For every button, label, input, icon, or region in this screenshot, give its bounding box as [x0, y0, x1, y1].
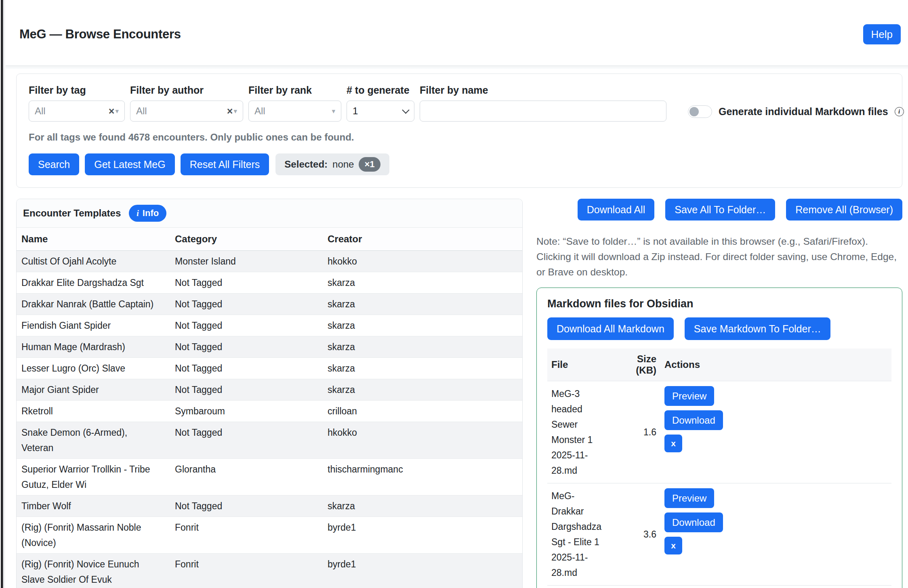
- cell-category: Not Tagged: [170, 315, 323, 336]
- save-markdown-to-folder-button[interactable]: Save Markdown To Folder…: [685, 317, 830, 340]
- info-circle-icon[interactable]: i: [895, 107, 904, 116]
- info-button[interactable]: iInfo: [129, 205, 166, 222]
- cell-category: Monster Island: [170, 251, 323, 272]
- selected-indicator: Selected: none ×1: [275, 153, 389, 175]
- file-size: 2.4: [610, 586, 660, 588]
- filter-group-tag: Filter by tag All × ▾: [29, 84, 125, 122]
- rank-select-value: All: [254, 105, 332, 117]
- search-button[interactable]: Search: [29, 153, 79, 175]
- cell-creator: skarza: [323, 272, 522, 294]
- generate-count-select[interactable]: 1: [347, 101, 414, 122]
- download-button[interactable]: Download: [664, 410, 723, 430]
- download-all-markdown-button[interactable]: Download All Markdown: [547, 317, 674, 340]
- header-divider: [6, 65, 908, 69]
- clear-x-icon[interactable]: ×: [109, 105, 115, 117]
- tag-select[interactable]: All × ▾: [29, 101, 125, 122]
- cell-category: Not Tagged: [170, 336, 323, 358]
- markdown-card-title: Markdown files for Obsidian: [547, 298, 891, 310]
- column-header-category: Category: [170, 228, 323, 251]
- cell-name: Rketroll: [17, 401, 170, 422]
- cell-category: Fonrit: [170, 517, 323, 554]
- remove-file-button[interactable]: x: [664, 435, 682, 452]
- download-button[interactable]: Download: [664, 512, 723, 532]
- table-row[interactable]: Timber WolfNot Taggedskarza: [17, 496, 522, 517]
- download-all-button[interactable]: Download All: [578, 199, 655, 220]
- cell-name: Superior Warrior Trollkin - Tribe Gutuz,…: [17, 459, 170, 496]
- cell-creator: skarza: [323, 358, 522, 379]
- author-select[interactable]: All × ▾: [130, 101, 243, 122]
- results-summary: For all tags we found 4678 encounters. O…: [29, 132, 890, 143]
- filter-group-author: Filter by author All × ▾: [130, 84, 243, 122]
- cell-creator: skarza: [323, 294, 522, 315]
- table-row[interactable]: Fiendish Giant SpiderNot Taggedskarza: [17, 315, 522, 336]
- window-edge-strip: [0, 0, 6, 588]
- save-all-to-folder-button[interactable]: Save All To Folder…: [665, 199, 775, 220]
- cell-creator: byrde1: [323, 517, 522, 554]
- table-row[interactable]: (Rig) (Fonrit) Massarin Noble (Novice)Fo…: [17, 517, 522, 554]
- table-row[interactable]: Lesser Lugro (Orc) SlaveNot Taggedskarza: [17, 358, 522, 379]
- encounter-table-header-row: Name Category Creator: [17, 228, 522, 251]
- table-row[interactable]: Human Mage (Mardrash)Not Taggedskarza: [17, 336, 522, 358]
- cell-name: Human Mage (Mardrash): [17, 336, 170, 358]
- column-header-file: File: [547, 349, 610, 381]
- generate-count-label: # to generate: [347, 84, 414, 96]
- markdown-file-row: MeG-RIG Fonrit Massarin Noble - 2.4 Prev…: [547, 586, 891, 588]
- cell-name: Drakkar Elite Dargshadza Sgt: [17, 272, 170, 294]
- toggle-knob: [689, 107, 699, 116]
- clear-x-icon[interactable]: ×: [227, 105, 233, 117]
- table-row[interactable]: Drakkar Elite Dargshadza SgtNot Taggedsk…: [17, 272, 522, 294]
- help-button[interactable]: Help: [863, 24, 901, 44]
- encounter-card-header: Encounter Templates iInfo: [17, 199, 522, 228]
- filter-author-label: Filter by author: [130, 84, 243, 96]
- cell-category: Symbaroum: [170, 401, 323, 422]
- cell-creator: skarza: [323, 379, 522, 401]
- table-row[interactable]: Snake Demon (6-Armed), VeteranNot Tagged…: [17, 422, 522, 459]
- main-content: Encounter Templates iInfo Name Category …: [16, 199, 902, 588]
- chevron-down-icon: [402, 106, 409, 113]
- filter-rank-label: Filter by rank: [248, 84, 341, 96]
- author-select-value: All: [136, 105, 227, 117]
- encounter-table: Name Category Creator Cultist Of Ojahl A…: [17, 228, 522, 588]
- cell-name: Snake Demon (6-Armed), Veteran: [17, 422, 170, 459]
- name-filter-input[interactable]: [420, 101, 666, 122]
- file-actions: Preview Download x: [664, 386, 887, 452]
- cell-creator: thischarmingmanc: [323, 459, 522, 496]
- column-header-name: Name: [17, 228, 170, 251]
- cell-name: Timber Wolf: [17, 496, 170, 517]
- markdown-toggle-switch[interactable]: [688, 105, 712, 118]
- filter-group-name: Filter by name: [420, 84, 666, 122]
- cell-category: Not Tagged: [170, 496, 323, 517]
- get-latest-button[interactable]: Get Latest MeG: [85, 153, 174, 175]
- page-title: MeG — Browse Encounters: [19, 27, 181, 42]
- remove-all-browser-button[interactable]: Remove All (Browser): [786, 199, 902, 220]
- cell-name: (Rig) (Fonrit) Massarin Noble (Novice): [17, 517, 170, 554]
- filter-row: Filter by tag All × ▾ Filter by author A…: [29, 84, 890, 122]
- file-size: 3.6: [610, 483, 660, 586]
- chevron-down-icon: ▾: [115, 107, 119, 116]
- cell-category: Not Tagged: [170, 422, 323, 459]
- file-size: 1.6: [610, 381, 660, 483]
- generate-count-value: 1: [353, 105, 403, 117]
- markdown-file-row: MeG-3 headed Sewer Monster 1 2025-11-28.…: [547, 381, 891, 483]
- remove-file-button[interactable]: x: [664, 537, 682, 554]
- preview-button[interactable]: Preview: [664, 386, 714, 406]
- selected-count-badge: ×1: [359, 157, 380, 172]
- reset-filters-button[interactable]: Reset All Filters: [181, 153, 269, 175]
- filter-name-label: Filter by name: [420, 84, 666, 96]
- filter-tag-label: Filter by tag: [29, 84, 125, 96]
- table-row[interactable]: Drakkar Nanrak (Battle Captain)Not Tagge…: [17, 294, 522, 315]
- column-header-creator: Creator: [323, 228, 522, 251]
- table-row[interactable]: RketrollSymbaroumcrilloan: [17, 401, 522, 422]
- rank-select[interactable]: All ▾: [248, 101, 341, 122]
- cell-category: Not Tagged: [170, 272, 323, 294]
- table-row[interactable]: Cultist Of Ojahl AcolyteMonster Islandhk…: [17, 251, 522, 272]
- cell-creator: skarza: [323, 496, 522, 517]
- downloads-column: Download All Save All To Folder… Remove …: [536, 199, 902, 588]
- table-row[interactable]: (Rig) (Fonrit) Novice Eunuch Slave Soldi…: [17, 554, 522, 588]
- preview-button[interactable]: Preview: [664, 488, 714, 508]
- table-row[interactable]: Major Giant SpiderNot Taggedskarza: [17, 379, 522, 401]
- table-row[interactable]: Superior Warrior Trollkin - Tribe Gutuz,…: [17, 459, 522, 496]
- download-buttons-row: Download All Save All To Folder… Remove …: [536, 199, 902, 220]
- top-bar: MeG — Browse Encounters Help: [15, 0, 902, 44]
- cell-creator: hkokko: [323, 422, 522, 459]
